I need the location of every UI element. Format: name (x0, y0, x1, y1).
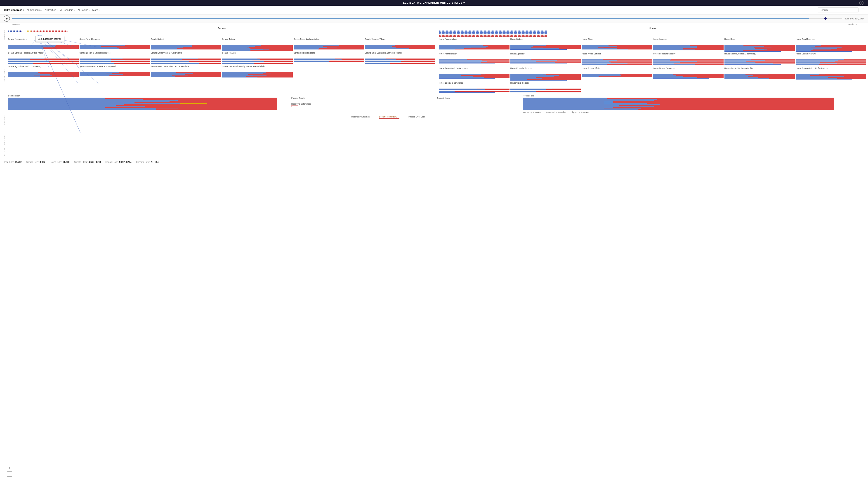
house-dot[interactable] (497, 35, 498, 36)
house-dot[interactable] (474, 31, 475, 32)
house-dot[interactable] (530, 35, 531, 36)
house-dot[interactable] (453, 32, 454, 33)
house-dot[interactable] (497, 33, 498, 34)
house-dot[interactable] (520, 31, 522, 32)
house-dot[interactable] (471, 35, 473, 36)
house-dot[interactable] (455, 32, 456, 33)
house-dot[interactable] (455, 35, 456, 36)
house-dot[interactable] (523, 35, 524, 36)
house-dot[interactable] (492, 33, 493, 34)
house-dot[interactable] (487, 31, 488, 32)
house-dot[interactable] (495, 35, 496, 36)
house-dot[interactable] (457, 35, 458, 36)
house-dot[interactable] (531, 32, 532, 33)
house-dot[interactable] (463, 36, 465, 37)
house-dot[interactable] (495, 31, 496, 32)
house-dot[interactable] (534, 36, 535, 37)
house-dot[interactable] (512, 36, 513, 37)
senate-committee-3[interactable]: Senate Judiciary (222, 38, 293, 51)
house-dot[interactable] (474, 36, 475, 37)
house-dot[interactable] (451, 31, 452, 32)
house-dot[interactable] (459, 33, 460, 34)
senate-dot-6[interactable] (16, 31, 17, 32)
parties-filter[interactable]: All Parties ▾ (45, 8, 58, 11)
house-dot[interactable] (475, 36, 477, 37)
senate-dot-active[interactable] (20, 31, 22, 32)
house-dot[interactable] (514, 32, 515, 33)
house-dot[interactable] (446, 33, 447, 34)
house-dot[interactable] (474, 35, 475, 36)
house-dot[interactable] (478, 31, 479, 32)
house-dot[interactable] (524, 36, 526, 37)
house-dot[interactable] (458, 33, 459, 34)
house-dot[interactable] (511, 32, 512, 33)
house-dot[interactable] (451, 36, 452, 37)
house-dot[interactable] (484, 35, 485, 36)
s-red-20[interactable] (59, 31, 60, 32)
house-dot[interactable] (455, 31, 456, 32)
senate-dot-1[interactable] (8, 31, 9, 32)
house-dot[interactable] (443, 33, 444, 34)
house-dot[interactable] (459, 35, 460, 36)
house-dot[interactable] (492, 32, 493, 33)
house-dot[interactable] (505, 31, 506, 32)
house-dot[interactable] (541, 33, 542, 34)
s-red-1[interactable] (31, 31, 32, 32)
house-dot[interactable] (484, 31, 485, 32)
house-dot[interactable] (539, 36, 540, 37)
house-dot[interactable] (542, 31, 543, 32)
house-dot[interactable] (524, 33, 526, 34)
house-dot[interactable] (538, 32, 539, 33)
house-dot[interactable] (485, 35, 486, 36)
senate-committee-9[interactable]: Senate Finance (222, 52, 293, 65)
house-dot[interactable] (489, 35, 490, 36)
house-dot[interactable] (514, 31, 515, 32)
house-dot[interactable] (443, 32, 444, 33)
house-dot[interactable] (518, 33, 519, 34)
house-dot[interactable] (466, 31, 467, 32)
house-dot[interactable] (518, 31, 519, 32)
house-dot[interactable] (500, 36, 501, 37)
house-dot[interactable] (475, 35, 477, 36)
house-dot[interactable] (496, 31, 497, 32)
house-dot[interactable] (454, 35, 455, 36)
house-dot[interactable] (458, 32, 459, 33)
topics-filter[interactable]: All Topics ▾ (78, 8, 90, 11)
house-dot[interactable] (450, 36, 451, 37)
house-dot[interactable] (447, 33, 448, 34)
house-dot[interactable] (443, 31, 444, 32)
congress-selector[interactable]: 118th Congress ▾ (4, 8, 24, 11)
house-dot[interactable] (518, 32, 519, 33)
house-dot[interactable] (512, 33, 513, 34)
house-dot[interactable] (522, 35, 523, 36)
house-dot[interactable] (542, 36, 543, 37)
s-red-18[interactable] (56, 31, 57, 32)
house-dot[interactable] (523, 36, 524, 37)
house-committee-3[interactable]: House Judiciary (653, 38, 723, 52)
s-red-11[interactable] (46, 31, 47, 32)
house-dot[interactable] (514, 33, 515, 34)
house-dot[interactable] (439, 35, 440, 36)
house-dot[interactable] (497, 36, 498, 37)
house-dot[interactable] (505, 36, 506, 37)
house-dot[interactable] (528, 32, 530, 33)
house-dot[interactable] (473, 32, 474, 33)
s-red-14[interactable] (50, 31, 51, 32)
house-dot[interactable] (511, 35, 512, 36)
house-dot[interactable] (535, 31, 536, 32)
house-committee-4[interactable]: House Rules (724, 38, 795, 52)
s-red-4[interactable] (35, 31, 37, 32)
house-dot[interactable] (439, 31, 440, 32)
house-dot[interactable] (481, 32, 482, 33)
house-dot[interactable] (488, 31, 489, 32)
house-dot[interactable] (539, 35, 540, 36)
s-red-16[interactable] (53, 31, 54, 32)
house-dot[interactable] (508, 36, 509, 37)
house-dot[interactable] (534, 31, 535, 32)
house-dot[interactable] (448, 33, 450, 34)
house-dot[interactable] (544, 36, 545, 37)
house-dot[interactable] (453, 33, 454, 34)
house-dot[interactable] (541, 31, 542, 32)
house-dot[interactable] (459, 32, 460, 33)
house-dot[interactable] (471, 33, 473, 34)
